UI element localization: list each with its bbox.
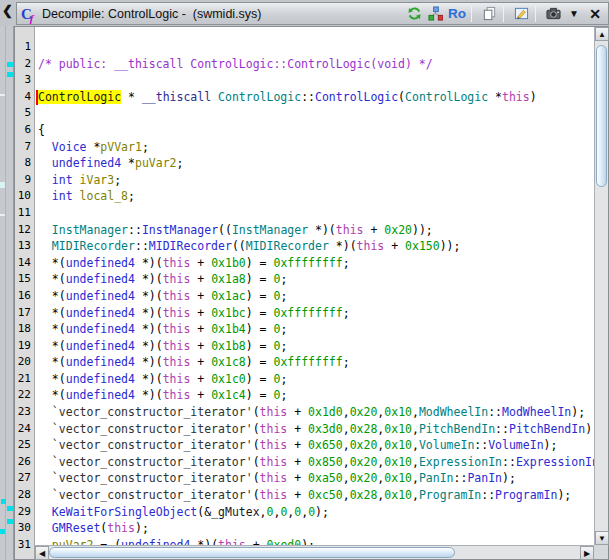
code-token[interactable]: undefined4 [66,272,135,286]
code-line[interactable]: `vector_constructor_iterator'(this + 0x8… [38,454,594,471]
code-token[interactable]: , [412,438,419,452]
code-token[interactable]: *)( [308,223,336,237]
code-token[interactable] [38,438,52,452]
code-token[interactable]: ; [177,156,184,170]
code-token[interactable]: *( [38,339,66,353]
code-line[interactable]: int local_8; [38,188,594,205]
code-token[interactable]: *)( [135,289,163,303]
code-token[interactable]: ControlLogic [405,90,488,104]
code-token[interactable]: )); [440,239,461,253]
code-token[interactable]: *)( [135,388,163,402]
code-line[interactable]: *(undefined4 *)(this + 0x1b8) = 0; [38,338,594,355]
code-token[interactable]: 0xffffffff [273,355,342,369]
code-token[interactable]: 0x1bc [211,306,246,320]
code-token[interactable]: iVar3 [80,173,115,187]
code-token[interactable]: PitchBendIn [419,422,495,436]
code-token[interactable]: + [190,339,211,353]
code-line[interactable]: *(undefined4 *)(this + 0x1b4) = 0; [38,321,594,338]
code-line[interactable]: int iVar3; [38,172,594,189]
code-token[interactable]: ) = [246,388,274,402]
code-token[interactable]: undefined4 [66,256,135,270]
code-line[interactable]: { [38,122,594,139]
code-line[interactable]: InstManager::InstManager((InstManager *)… [38,222,594,239]
code-token[interactable] [73,173,80,187]
code-token[interactable]: puVar2 [135,156,177,170]
code-token[interactable] [38,405,52,419]
code-token[interactable] [38,189,52,203]
code-line[interactable]: ControlLogic * __thiscall ControlLogic::… [38,89,594,106]
code-token[interactable]: ProgramIn [419,488,481,502]
code-line[interactable]: undefined4 *puVar2; [38,155,594,172]
code-token[interactable]: + [287,405,308,419]
code-token[interactable]: __thiscall [142,90,211,104]
code-token[interactable]: ; [280,289,287,303]
code-line[interactable]: *(undefined4 *)(this + 0x1c4) = 0; [38,387,594,404]
code-token[interactable]: ) = [246,355,274,369]
code-token[interactable]: *( [38,322,66,336]
code-line[interactable]: `vector_constructor_iterator'(this + 0x3… [38,421,594,438]
code-token[interactable]: (& [197,505,211,519]
code-token[interactable]: *( [38,372,66,386]
code-token[interactable]: undefined4 [66,339,135,353]
code-token[interactable]: `vector_constructor_iterator' [52,488,253,502]
code-token[interactable]: *)( [135,272,163,286]
code-token[interactable]: ; [280,372,287,386]
dropdown-icon[interactable]: ▼ [565,5,583,23]
code-line[interactable]: `vector_constructor_iterator'(this + 0xa… [38,470,594,487]
code-token[interactable]: this [163,306,191,320]
code-token[interactable]: ); [544,438,558,452]
code-token[interactable]: 0x10 [384,471,412,485]
code-token[interactable]: this [163,372,191,386]
code-token[interactable]: ExpressionIn [516,455,594,469]
code-token[interactable]: MIDIRecorder [149,239,232,253]
code-token[interactable]: this [163,256,191,270]
code-token[interactable]: 0x10 [384,405,412,419]
code-token[interactable]: ; [114,173,121,187]
code-token[interactable]: + [190,372,211,386]
code-token[interactable]: *( [38,272,66,286]
horizontal-scrollbar-thumb[interactable] [49,547,455,558]
code-token[interactable]: :: [502,455,516,469]
code-token[interactable]: ; [343,355,350,369]
code-token[interactable]: :: [474,438,488,452]
code-token[interactable] [73,189,80,203]
code-token[interactable]: 0x10 [384,422,412,436]
code-token[interactable]: *( [38,256,66,270]
code-token[interactable] [38,521,52,535]
code-token[interactable]: *( [38,355,66,369]
code-token[interactable]: * [121,156,135,170]
code-token[interactable]: 0x10 [384,438,412,452]
code-token[interactable]: undefined4 [66,322,135,336]
code-token[interactable]: ) = [246,372,274,386]
copy-icon[interactable] [480,5,498,23]
decompiled-code-view[interactable]: /* public: __thiscall ControlLogic::Cont… [36,27,594,559]
code-token[interactable]: this [107,521,135,535]
code-token[interactable] [38,488,52,502]
code-token[interactable]: ) = [246,272,274,286]
code-token[interactable]: , [343,455,350,469]
scroll-down-button[interactable]: ▼ [595,531,609,545]
code-token[interactable]: *)( [135,339,163,353]
code-token[interactable]: ); [585,422,594,436]
code-token[interactable]: , [343,488,350,502]
code-token[interactable] [38,471,52,485]
code-token[interactable]: int [52,189,73,203]
code-token[interactable]: 0x1d0 [308,405,343,419]
code-token[interactable]: PanIn [419,471,454,485]
code-token[interactable]: `vector_constructor_iterator' [52,455,253,469]
code-token[interactable] [38,455,52,469]
code-token[interactable]: , [260,505,267,519]
snapshot-icon[interactable] [544,5,562,23]
scroll-up-button[interactable]: ▲ [595,27,609,41]
code-line[interactable]: `vector_constructor_iterator'(this + 0x1… [38,404,594,421]
code-line[interactable] [38,205,594,222]
code-token[interactable]: ( [398,90,405,104]
code-token[interactable]: 0x20 [350,438,378,452]
code-token[interactable]: this [260,488,288,502]
code-token[interactable]: 0x28 [350,488,378,502]
code-token[interactable]: 0x20 [350,455,378,469]
scroll-right-button[interactable]: ▶ [580,546,594,560]
code-token[interactable]: `vector_constructor_iterator' [52,438,253,452]
code-line[interactable] [38,39,594,56]
code-token[interactable]: undefined4 [66,355,135,369]
